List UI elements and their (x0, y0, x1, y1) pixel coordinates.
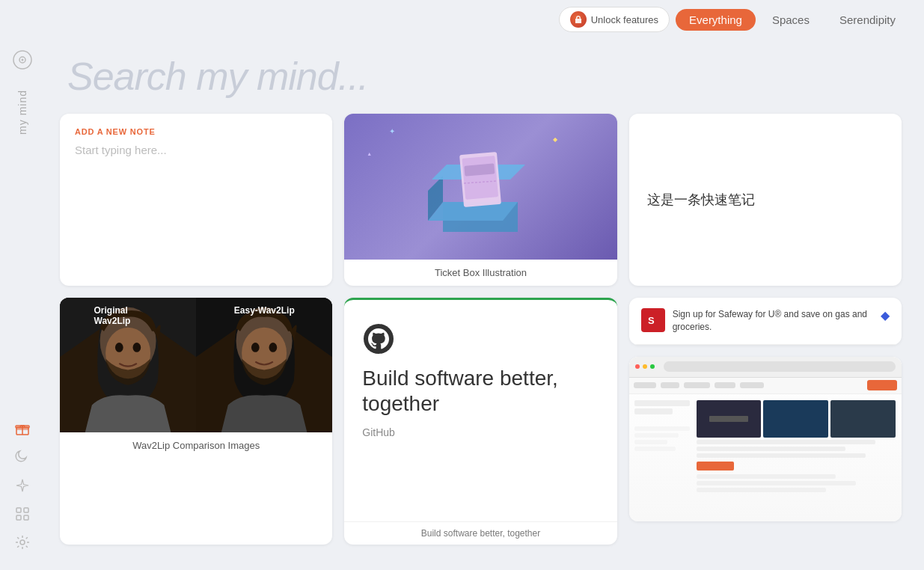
sparkle-deco-2: ◆ (553, 136, 557, 143)
svg-rect-11 (16, 515, 21, 520)
wav2lip-right: Easy-Wav2Lip (196, 298, 332, 432)
moon-icon[interactable] (14, 449, 31, 465)
sparkle-deco-3: ▲ (367, 151, 372, 156)
quick-note-card[interactable]: 这是一条快速笔记 (629, 114, 902, 286)
brand-icon (9, 46, 36, 73)
main-layout: my mind (0, 39, 924, 570)
github-title: Build software better, together (362, 366, 599, 416)
diamond-icon: ◆ (881, 308, 890, 322)
wav2lip-caption: Wav2Lip Comparison Images (60, 432, 332, 459)
svg-rect-9 (16, 508, 21, 512)
svg-rect-10 (24, 508, 28, 512)
safeway-content: S Sign up for Safeway for U® and save on… (629, 298, 902, 345)
github-subtitle: GitHub (362, 426, 599, 438)
svg-rect-15 (462, 156, 499, 200)
safeway-text: Sign up for Safeway for U® and save on g… (673, 308, 873, 334)
safeway-logo: S (641, 308, 665, 332)
screenshot-mock (629, 357, 902, 521)
content-area: Search my mind... ADD A NEW NOTE Start t… (45, 39, 924, 570)
svg-point-22 (133, 343, 141, 352)
github-octocat-icon (362, 322, 395, 355)
tab-everything[interactable]: Everything (676, 9, 756, 31)
screenshot-card[interactable] (629, 357, 902, 521)
safeway-card[interactable]: S Sign up for Safeway for U® and save on… (629, 298, 902, 345)
svg-point-3 (22, 59, 24, 61)
ticket-box-card[interactable]: ✦ ◆ ▲ (344, 114, 616, 286)
github-card[interactable]: Build software better, together GitHub B… (344, 298, 616, 545)
wav2lip-original-label: Original Wav2Lip (94, 305, 162, 326)
right-column: S Sign up for Safeway for U® and save on… (629, 298, 902, 545)
sparkle-icon[interactable] (14, 477, 31, 494)
mock-sidebar (632, 397, 692, 518)
add-note-placeholder[interactable]: Start typing here... (75, 144, 317, 156)
github-card-body: Build software better, together GitHub (344, 300, 616, 521)
svg-point-13 (20, 540, 25, 545)
gift-icon[interactable] (14, 420, 31, 437)
cards-grid: ADD A NEW NOTE Start typing here... ✦ ◆ … (45, 106, 924, 570)
ticket-caption: Ticket Box Illustration (344, 260, 616, 286)
tab-serendipity[interactable]: Serendipity (826, 9, 909, 31)
quick-note-text: 这是一条快速笔记 (647, 191, 755, 209)
my-mind-label: my mind (16, 90, 28, 135)
wav2lip-easy-label: Easy-Wav2Lip (234, 305, 295, 316)
unlock-features-button[interactable]: Unlock features (559, 7, 670, 32)
mock-nav (629, 378, 902, 394)
svg-text:S: S (648, 315, 655, 326)
search-header: Search my mind... (45, 39, 924, 106)
top-nav: Unlock features Everything Spaces Serend… (0, 0, 924, 39)
left-sidebar: my mind (0, 39, 45, 570)
settings-icon[interactable] (14, 534, 31, 551)
ticket-image-area: ✦ ◆ ▲ (344, 114, 616, 260)
svg-point-21 (115, 343, 123, 352)
wav2lip-card[interactable]: Original Wav2Lip (60, 298, 332, 545)
unlock-icon (570, 11, 587, 28)
svg-point-26 (251, 343, 260, 352)
nav-tabs: Everything Spaces Serendipity (676, 9, 909, 31)
wav2lip-left: Original Wav2Lip (60, 298, 196, 432)
add-note-card[interactable]: ADD A NEW NOTE Start typing here... (60, 114, 332, 286)
wav2lip-image-area: Original Wav2Lip (60, 298, 332, 432)
sparkle-deco-1: ✦ (389, 127, 395, 135)
tab-spaces[interactable]: Spaces (759, 9, 823, 31)
mock-content (629, 394, 902, 521)
unlock-label: Unlock features (591, 14, 658, 25)
ticket-box-svg (420, 135, 540, 239)
add-note-label: ADD A NEW NOTE (75, 127, 317, 136)
search-title[interactable]: Search my mind... (67, 54, 902, 99)
sidebar-top: my mind (9, 46, 36, 416)
github-caption: Build software better, together (344, 521, 616, 545)
svg-point-27 (269, 343, 278, 352)
mock-main (694, 397, 899, 518)
svg-rect-12 (24, 515, 28, 520)
grid-icon[interactable] (14, 506, 31, 522)
screenshot-area (629, 357, 902, 521)
sidebar-bottom (14, 420, 31, 563)
mock-topbar (629, 357, 902, 378)
